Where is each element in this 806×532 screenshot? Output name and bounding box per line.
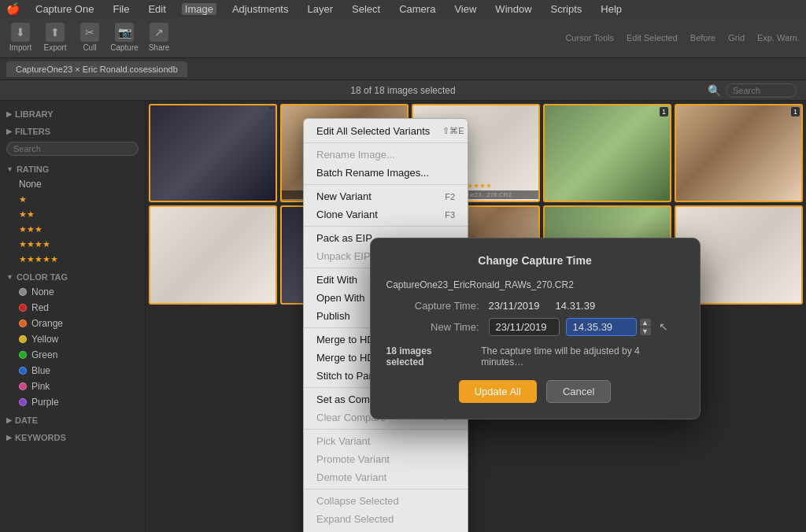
- menu-scripts[interactable]: Scripts: [548, 3, 586, 15]
- menu-capture-one[interactable]: Capture One: [32, 3, 97, 15]
- rating-3star[interactable]: ★★★: [0, 222, 145, 237]
- sidebar: ▶ Library ▶ Filters ▼ Rating None ★ ★★ ★…: [0, 101, 146, 532]
- color-tag-green[interactable]: Green: [0, 347, 145, 363]
- images-selected-status: 18 of 18 images selected: [350, 85, 455, 96]
- date-arrow: ▶: [6, 416, 12, 424]
- dialog-filename: CaptureOne23_EricRonald_RAWs_270.CR2: [386, 279, 684, 290]
- dialog-info-row: 18 images selected The capture time will…: [386, 345, 684, 368]
- images-selected-count: 18 images selected: [386, 345, 472, 368]
- menu-edit[interactable]: Edit: [145, 3, 168, 15]
- content-area: ★★★★★ CaptureOne23...275.CR2 ★★★★★ Captu…: [146, 101, 806, 532]
- rating-2star[interactable]: ★★: [0, 207, 145, 222]
- new-time-inputs: ▲ ▼ ↖: [489, 318, 668, 336]
- grid-label: Grid: [728, 33, 745, 42]
- keywords-arrow: ▶: [6, 434, 12, 441]
- color-tag-none[interactable]: None: [0, 284, 145, 300]
- cursor-icon: ↖: [659, 320, 668, 333]
- sidebar-header-keywords[interactable]: ▶ Keywords: [0, 430, 145, 445]
- toolbar: ⬇ Import ⬆ Export ✂ Cull 📷 Capture ↗ Sha…: [0, 17, 806, 58]
- tab-session[interactable]: CaptureOne23 × Eric Ronald.cosessiondb: [6, 61, 187, 77]
- statusbar: 18 of 18 images selected 🔍: [0, 80, 806, 101]
- menu-window[interactable]: Window: [492, 3, 534, 15]
- tabbar: CaptureOne23 × Eric Ronald.cosessiondb: [0, 58, 806, 80]
- color-tag-red[interactable]: Red: [0, 300, 145, 316]
- search-input[interactable]: [726, 83, 797, 98]
- sidebar-header-color-tag[interactable]: ▼ Color Tag: [0, 270, 145, 284]
- sidebar-section-filters: ▶ Filters: [0, 124, 145, 159]
- menu-file[interactable]: File: [109, 3, 132, 15]
- menu-layer[interactable]: Layer: [304, 3, 336, 15]
- sidebar-section-color-tag: ▼ Color Tag None Red Orange Yellow Gr: [0, 270, 145, 410]
- cursor-tools-label: Cursor Tools: [565, 33, 614, 42]
- rating-none[interactable]: None: [0, 176, 145, 192]
- color-dot-red: [19, 304, 27, 312]
- dialog-buttons: Update All Cancel: [386, 380, 684, 403]
- capture-button[interactable]: 📷 Capture: [110, 23, 139, 52]
- color-tag-blue[interactable]: Blue: [0, 363, 145, 379]
- main-area: ▶ Library ▶ Filters ▼ Rating None ★ ★★ ★…: [0, 101, 806, 532]
- sidebar-header-library[interactable]: ▶ Library: [0, 107, 145, 121]
- color-dot-pink: [19, 382, 27, 390]
- share-icon: ↗: [150, 23, 168, 42]
- spinner-up[interactable]: ▲: [640, 319, 651, 327]
- share-button[interactable]: ↗ Share: [145, 23, 173, 52]
- menu-select[interactable]: Select: [349, 3, 383, 15]
- sidebar-search-input[interactable]: [6, 142, 139, 156]
- before-label: Before: [690, 33, 715, 42]
- color-tag-arrow: ▼: [6, 273, 13, 281]
- menu-adjustments[interactable]: Adjustments: [229, 3, 292, 15]
- color-dot-blue: [19, 367, 27, 375]
- sidebar-header-rating[interactable]: ▼ Rating: [0, 162, 145, 176]
- dialog-title: Change Capture Time: [386, 254, 684, 267]
- update-all-button[interactable]: Update All: [459, 380, 537, 403]
- cull-icon: ✂: [80, 23, 99, 42]
- new-date-input[interactable]: [489, 318, 560, 336]
- rating-5star[interactable]: ★★★★★: [0, 252, 145, 267]
- color-dot-yellow: [19, 335, 27, 343]
- capture-date-value: 23/11/2019: [489, 300, 540, 312]
- color-tag-pink[interactable]: Pink: [0, 379, 145, 394]
- rating-4star[interactable]: ★★★★: [0, 237, 145, 252]
- menu-image[interactable]: Image: [182, 3, 216, 15]
- menubar: 🍎 Capture One File Edit Image Adjustment…: [0, 0, 806, 17]
- cull-button[interactable]: ✂ Cull: [76, 23, 104, 52]
- menu-help[interactable]: Help: [597, 3, 625, 15]
- export-button[interactable]: ⬆ Export: [41, 23, 69, 52]
- sidebar-section-rating: ▼ Rating None ★ ★★ ★★★ ★★★★ ★★★★★: [0, 162, 145, 267]
- spinner-down[interactable]: ▼: [640, 327, 651, 335]
- new-time-input[interactable]: [566, 318, 637, 336]
- exp-warn-label: Exp. Warn.: [757, 33, 800, 42]
- menu-view[interactable]: View: [451, 3, 479, 15]
- cancel-button[interactable]: Cancel: [546, 380, 611, 403]
- change-capture-time-dialog: Change Capture Time CaptureOne23_EricRon…: [370, 238, 701, 419]
- import-icon: ⬇: [11, 23, 30, 42]
- new-time-row: New Time: ▲ ▼ ↖: [386, 318, 684, 336]
- color-tag-purple[interactable]: Purple: [0, 394, 145, 410]
- color-dot-orange: [19, 320, 27, 327]
- filters-arrow: ▶: [6, 127, 12, 135]
- capture-icon: 📷: [115, 23, 134, 42]
- color-dot-none: [19, 288, 27, 296]
- sidebar-header-filters[interactable]: ▶ Filters: [0, 124, 145, 139]
- sidebar-header-date[interactable]: ▶ Date: [0, 413, 145, 427]
- time-spinner[interactable]: ▲ ▼: [640, 319, 651, 335]
- new-time-label: New Time:: [386, 321, 489, 333]
- sidebar-section-date: ▶ Date: [0, 413, 145, 427]
- color-tag-orange[interactable]: Orange: [0, 316, 145, 331]
- sidebar-section-keywords: ▶ Keywords: [0, 430, 145, 445]
- capture-time-label: Capture Time:: [386, 300, 489, 312]
- sidebar-section-library: ▶ Library: [0, 107, 145, 121]
- import-button[interactable]: ⬇ Import: [6, 23, 35, 52]
- apple-menu[interactable]: 🍎: [6, 2, 20, 15]
- capture-time-value: 14.31.39: [556, 300, 596, 312]
- dialog-overlay: Change Capture Time CaptureOne23_EricRon…: [146, 101, 806, 532]
- edit-selected-label: Edit Selected: [627, 33, 678, 42]
- sidebar-search-container: [0, 139, 145, 159]
- search-icon: 🔍: [708, 84, 721, 97]
- color-tag-yellow[interactable]: Yellow: [0, 331, 145, 347]
- library-arrow: ▶: [6, 110, 12, 118]
- menu-camera[interactable]: Camera: [396, 3, 438, 15]
- rating-1star[interactable]: ★: [0, 192, 145, 207]
- adjustment-text: The capture time will be adjusted by 4 m…: [481, 345, 683, 368]
- export-icon: ⬆: [46, 23, 65, 42]
